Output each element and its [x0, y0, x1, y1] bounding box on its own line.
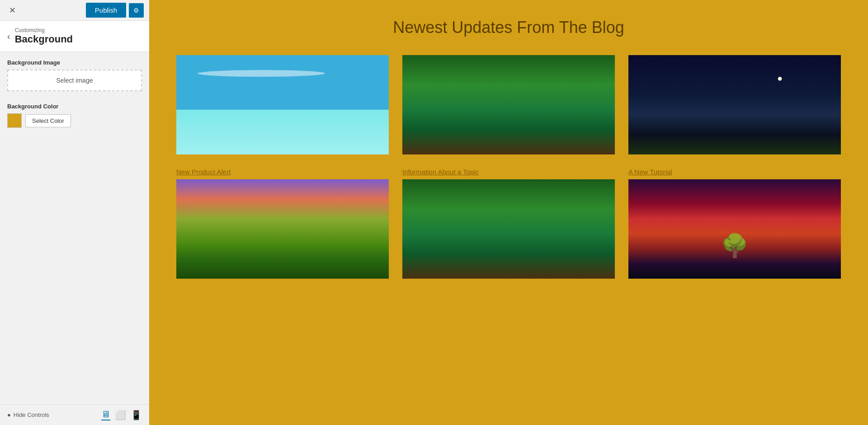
post-item — [402, 55, 615, 154]
post-image-forest-stream — [402, 55, 615, 154]
customizing-label: Customizing — [15, 27, 73, 33]
color-swatch[interactable] — [7, 113, 22, 128]
post-item — [628, 55, 841, 154]
device-icons: 🖥 ⬜ 📱 — [101, 409, 142, 420]
post-image-ocean — [176, 55, 389, 154]
post-image-moonlight-lake — [628, 55, 841, 154]
publish-area: Publish ⚙ — [86, 3, 144, 18]
posts-grid: New Product Alert Information About a To… — [176, 55, 841, 279]
post-item: A New Tutorial — [628, 168, 841, 279]
post-item: New Product Alert — [176, 168, 389, 279]
post-image-sunset-tree — [628, 179, 841, 279]
post-image-waterfall — [176, 179, 389, 279]
circle-icon: ● — [7, 411, 11, 418]
post-item — [176, 55, 389, 154]
background-image-section: Background Image Select image — [7, 59, 142, 99]
preview-area: Newest Updates From The Blog New Product… — [149, 0, 868, 425]
breadcrumb: Customizing Background — [15, 27, 73, 45]
background-color-label: Background Color — [7, 103, 142, 110]
post-link-information[interactable]: Information About a Topic — [402, 168, 615, 176]
breadcrumb-area: ‹ Customizing Background — [0, 21, 149, 52]
tablet-icon-button[interactable]: ⬜ — [115, 410, 126, 420]
post-item: Information About a Topic — [402, 168, 615, 279]
desktop-icon-button[interactable]: 🖥 — [101, 409, 110, 420]
panel-body: Background Image Select image Background… — [0, 52, 149, 404]
background-title: Background — [15, 33, 73, 45]
background-color-section: Background Color Select Color — [7, 103, 142, 128]
post-link-new-product[interactable]: New Product Alert — [176, 168, 389, 176]
settings-button[interactable]: ⚙ — [129, 3, 144, 18]
back-button[interactable]: ‹ — [7, 31, 10, 42]
publish-button[interactable]: Publish — [86, 3, 126, 18]
select-image-button[interactable]: Select image — [7, 70, 142, 91]
post-link-tutorial[interactable]: A New Tutorial — [628, 168, 841, 176]
hide-controls-button[interactable]: ● Hide Controls — [7, 411, 49, 418]
close-button[interactable]: ✕ — [5, 4, 19, 17]
background-image-label: Background Image — [7, 59, 142, 66]
mobile-icon-button[interactable]: 📱 — [131, 410, 142, 420]
left-panel: ✕ Publish ⚙ ‹ Customizing Background Bac… — [0, 0, 149, 425]
hide-controls-label: Hide Controls — [14, 411, 49, 418]
select-color-button[interactable]: Select Color — [25, 114, 71, 127]
post-image-forest-stream2 — [402, 179, 615, 279]
blog-title: Newest Updates From The Blog — [176, 18, 841, 37]
bottom-bar: ● Hide Controls 🖥 ⬜ 📱 — [0, 404, 149, 425]
color-row: Select Color — [7, 113, 142, 128]
top-bar: ✕ Publish ⚙ — [0, 0, 149, 21]
